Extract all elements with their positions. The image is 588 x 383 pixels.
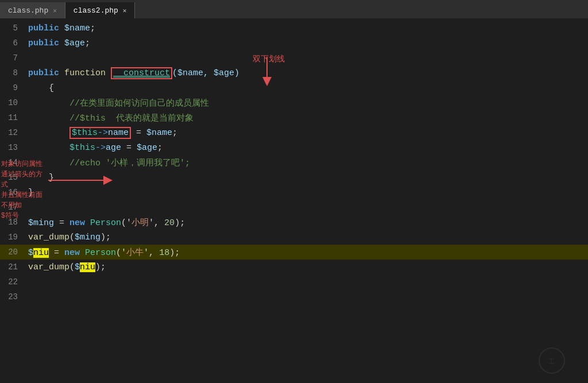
table-row: 13 $this->age = $age; xyxy=(0,140,588,155)
table-row: 14 //echo '小样，调用我了吧'; xyxy=(0,155,588,170)
table-row: 17 xyxy=(0,200,588,215)
line-code: $ming = new Person('小明', 20); xyxy=(26,217,588,228)
close-icon[interactable]: ✕ xyxy=(53,7,57,14)
line-code: { xyxy=(26,83,588,93)
line-code: public $name; xyxy=(26,24,588,33)
line-number: 20 xyxy=(0,247,26,257)
table-row: 19 var_dump($ming); xyxy=(0,230,588,245)
table-row: 6 public $age; xyxy=(0,36,588,51)
line-number: 12 xyxy=(0,128,26,137)
table-row: 11 //$this 代表的就是当前对象 xyxy=(0,110,588,125)
table-row: 12 $this->name = $name; xyxy=(0,125,588,140)
annotation-left: 对象访问属性通过箭头的方式并且属性前面不用加$符号 xyxy=(1,158,47,220)
line-code: //echo '小样，调用我了吧'; xyxy=(26,157,588,168)
table-row: 8 public function __construct($name, $ag… xyxy=(0,65,588,80)
table-row: 18 $ming = new Person('小明', 20); xyxy=(0,215,588,230)
line-code: var_dump($ming); xyxy=(26,233,588,242)
line-number: 10 xyxy=(0,98,26,107)
line-code xyxy=(26,203,588,212)
line-number: 7 xyxy=(0,53,26,63)
line-number: 21 xyxy=(0,262,26,272)
tab-bar: class.php ✕ class2.php ✕ xyxy=(0,0,588,18)
table-row: 5 public $name; xyxy=(0,21,588,36)
table-row: 9 { xyxy=(0,80,588,95)
line-number: 8 xyxy=(0,68,26,78)
line-number: 13 xyxy=(0,143,26,152)
line-number: 6 xyxy=(0,38,26,48)
watermark-svg: 工 xyxy=(537,346,583,375)
line-code: $niu = new Person('小牛', 18); xyxy=(26,247,588,258)
line-code xyxy=(26,277,588,287)
line-code xyxy=(26,292,588,302)
annotation-text: 双下划线 xyxy=(253,54,285,63)
tab-label-active: class2.php xyxy=(74,6,118,15)
tab-class2-php[interactable]: class2.php ✕ xyxy=(65,2,136,18)
table-row: 23 xyxy=(0,289,588,304)
table-row: 20 $niu = new Person('小牛', 18); xyxy=(0,245,588,260)
line-code xyxy=(26,53,588,63)
tab-class-php[interactable]: class.php ✕ xyxy=(0,2,65,18)
table-row: 21 var_dump($niu); xyxy=(0,260,588,274)
line-code: var_dump($niu); xyxy=(26,262,588,272)
annotation-left-text: 对象访问属性通过箭头的方式并且属性前面不用加$符号 xyxy=(1,160,42,219)
close-icon-active[interactable]: ✕ xyxy=(123,7,127,14)
line-code: //$this 代表的就是当前对象 xyxy=(26,113,588,123)
table-row: 22 xyxy=(0,274,588,289)
line-number: 19 xyxy=(0,233,26,242)
line-number: 23 xyxy=(0,292,26,301)
editor-area: 5 public $name; 6 public $age; 7 8 publi… xyxy=(0,18,588,383)
line-number: 9 xyxy=(0,83,26,92)
line-code: $this->age = $age; xyxy=(26,143,588,153)
annotation-shuangxian: 双下划线 xyxy=(253,54,285,64)
tab-label: class.php xyxy=(8,6,48,15)
line-code: } xyxy=(26,188,588,198)
line-code: public function __construct($name, $age) xyxy=(26,67,588,79)
watermark: 工 xyxy=(537,346,583,378)
line-number: 11 xyxy=(0,113,26,122)
table-row: 16 } xyxy=(0,185,588,200)
line-code: $this->name = $name; xyxy=(26,127,588,139)
table-row: 15 } xyxy=(0,170,588,185)
line-number: 5 xyxy=(0,24,26,33)
line-code: //在类里面如何访问自己的成员属性 xyxy=(26,98,588,109)
table-row: 10 //在类里面如何访问自己的成员属性 xyxy=(0,95,588,110)
line-number: 22 xyxy=(0,277,26,287)
line-code: public $age; xyxy=(26,38,588,48)
svg-text:工: 工 xyxy=(548,358,555,365)
code-lines: 5 public $name; 6 public $age; 7 8 publi… xyxy=(0,18,588,304)
table-row: 7 xyxy=(0,51,588,65)
line-code: } xyxy=(26,173,588,183)
